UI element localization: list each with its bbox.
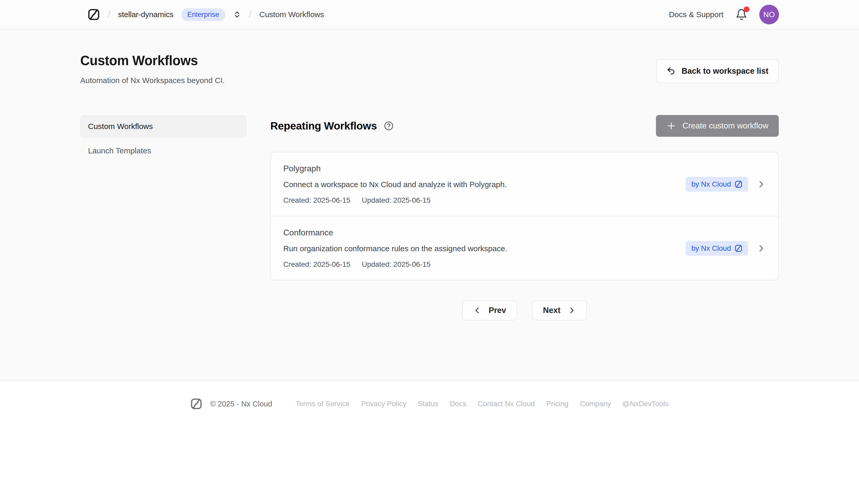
notification-dot [744,6,750,12]
workflows-card: Polygraph Connect a workspace to Nx Clou… [270,152,779,280]
back-button-label: Back to workspace list [682,66,768,76]
footer-link[interactable]: Docs [450,400,466,408]
footer-link[interactable]: Contact Nx Cloud [478,400,535,408]
footer-link[interactable]: Pricing [546,400,569,408]
help-circle-icon[interactable] [383,121,394,131]
sidebar-item-label: Launch Templates [88,147,151,155]
top-navbar: / stellar-dynamics Enterprise / Custom W… [0,0,859,30]
breadcrumb-separator: / [108,10,110,20]
nx-cloud-logo-icon [190,398,202,410]
prev-page-button[interactable]: Prev [462,300,517,321]
workflow-name: Polygraph [283,164,507,173]
avatar[interactable]: NO [759,5,779,25]
page-subtitle: Automation of Nx Workspaces beyond CI. [80,76,225,85]
footer-link[interactable]: Status [418,400,438,408]
chevron-right-icon [568,306,576,315]
footer-link[interactable]: Privacy Policy [361,400,406,408]
by-nx-cloud-badge[interactable]: by Nx Cloud [685,241,748,256]
docs-support-link[interactable]: Docs & Support [669,10,723,19]
plus-icon [666,121,676,131]
prev-label: Prev [489,306,506,315]
next-label: Next [543,306,560,315]
nx-logo-icon [735,244,742,252]
workflow-row[interactable]: Conformance Run organization conformance… [271,216,778,280]
workflow-updated-date: Updated: 2025-06-15 [362,196,431,204]
badge-label: by Nx Cloud [691,244,731,253]
nx-logo-icon [735,180,742,188]
workspace-name[interactable]: stellar-dynamics [118,10,174,19]
settings-sidebar: Custom Workflows Launch Templates [80,115,246,321]
chevron-left-icon [473,306,481,315]
workflow-name: Conformance [283,228,507,238]
workflow-description: Run organization conformance rules on th… [283,244,507,253]
sidebar-item[interactable]: Custom Workflows [80,115,246,138]
workflow-description: Connect a workspace to Nx Cloud and anal… [283,180,507,189]
workflow-updated-date: Updated: 2025-06-15 [362,260,431,269]
notifications-button[interactable] [735,9,747,20]
footer-link[interactable]: Company [580,400,611,408]
workspace-switcher-icon[interactable] [233,10,241,19]
page-header: Custom Workflows Automation of Nx Worksp… [80,53,779,85]
chevron-right-icon[interactable] [756,244,766,253]
nx-cloud-logo-icon[interactable] [88,8,100,21]
workflow-meta: Created: 2025-06-15 Updated: 2025-06-15 [283,196,507,204]
sidebar-item-label: Custom Workflows [88,122,153,131]
workflow-row-actions: by Nx Cloud [685,241,766,256]
footer-link[interactable]: @NxDevTools [622,400,669,408]
undo-arrow-icon [667,66,676,76]
workflow-info: Conformance Run organization conformance… [283,228,507,269]
breadcrumb-current-page: Custom Workflows [259,10,324,19]
breadcrumb-separator: / [249,10,251,20]
copyright-text: © 2025 - Nx Cloud [210,400,272,408]
plan-badge: Enterprise [181,8,225,21]
footer-links: Terms of Service Privacy Policy Status D… [296,400,669,408]
workflow-row-actions: by Nx Cloud [685,177,766,192]
footer-link[interactable]: Terms of Service [296,400,350,408]
pane-header: Repeating Workflows Create custom workfl… [270,115,779,137]
badge-label: by Nx Cloud [691,180,731,188]
page-title: Custom Workflows [80,53,225,68]
create-button-label: Create custom workflow [682,121,768,131]
workflow-info: Polygraph Connect a workspace to Nx Clou… [283,164,507,204]
breadcrumb: / stellar-dynamics Enterprise / Custom W… [88,8,324,21]
workflow-created-date: Created: 2025-06-15 [283,260,350,269]
workflow-meta: Created: 2025-06-15 Updated: 2025-06-15 [283,260,507,269]
main-area: Custom Workflows Automation of Nx Worksp… [0,30,859,380]
section-heading: Repeating Workflows [270,120,377,132]
sidebar-item[interactable]: Launch Templates [80,139,246,162]
back-to-workspace-list-button[interactable]: Back to workspace list [656,59,779,83]
pagination: Prev Next [270,300,779,321]
workflow-row[interactable]: Polygraph Connect a workspace to Nx Clou… [271,152,778,216]
navbar-actions: Docs & Support NO [669,5,779,25]
chevron-right-icon[interactable] [756,180,766,189]
next-page-button[interactable]: Next [532,300,587,321]
workflow-created-date: Created: 2025-06-15 [283,196,350,204]
repeating-workflows-pane: Repeating Workflows Create custom workfl… [270,115,779,321]
by-nx-cloud-badge[interactable]: by Nx Cloud [685,177,748,192]
create-custom-workflow-button[interactable]: Create custom workflow [656,115,779,137]
footer: © 2025 - Nx Cloud Terms of Service Priva… [0,380,859,504]
